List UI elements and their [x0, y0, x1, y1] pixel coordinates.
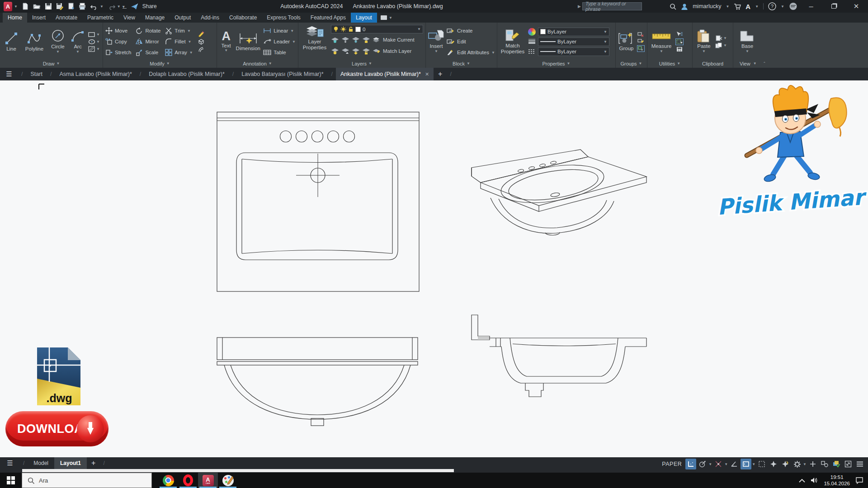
base-tool[interactable]: Base ▼: [736, 29, 759, 53]
ribbon-tab-view[interactable]: View: [118, 13, 140, 23]
text-tool[interactable]: A Text ▼: [219, 30, 233, 53]
panel-label-properties[interactable]: Properties▼: [497, 59, 615, 68]
panel-label-layers[interactable]: Layers▼: [298, 59, 425, 68]
selection-cycling-toggle[interactable]: [756, 459, 767, 469]
layer-unlock-icon[interactable]: [362, 48, 370, 55]
volume-icon[interactable]: [811, 477, 818, 483]
panel-label-modify[interactable]: Modify▼: [103, 59, 217, 68]
lineweight-dropdown-chevron[interactable]: ▼: [604, 40, 607, 44]
fillet-tool[interactable]: Fillet▼: [165, 37, 193, 47]
paste-tool[interactable]: Paste ▼: [695, 29, 713, 53]
help-search-input[interactable]: Type a keyword or phrase: [582, 2, 642, 10]
panel-label-draw[interactable]: Draw▼: [0, 59, 103, 68]
redo-icon[interactable]: [108, 3, 115, 10]
quick-select-tool[interactable]: [676, 31, 683, 37]
dynamic-input-toggle[interactable]: [741, 459, 751, 469]
edit-attributes-chevron[interactable]: ▼: [491, 51, 495, 55]
stretch-tool[interactable]: Stretch: [105, 47, 131, 57]
explode-tool[interactable]: [198, 38, 205, 45]
measure-flyout-chevron[interactable]: ▼: [660, 50, 663, 54]
new-drawing-button[interactable]: +: [434, 68, 447, 80]
ribbon-tab-output[interactable]: Output: [170, 13, 196, 23]
download-button[interactable]: DOWNLOAD: [5, 411, 108, 446]
taskbar-search-input[interactable]: Ara: [22, 473, 152, 488]
side-view-drawing[interactable]: [472, 315, 646, 397]
ribbon-tab-collaborate[interactable]: Collaborate: [224, 13, 262, 23]
redo-options-chevron[interactable]: ▼: [117, 5, 121, 9]
user-avatar-icon[interactable]: [681, 3, 688, 10]
autodesk-account-icon[interactable]: A: [745, 3, 750, 10]
search-icon[interactable]: [670, 3, 676, 10]
autocad-app-icon[interactable]: A: [4, 2, 12, 11]
account-chevron[interactable]: ▼: [755, 5, 759, 9]
file-tab-dolapli-lavabo[interactable]: Dolaplı Lavabo (Pislik Mimar)*: [144, 68, 229, 80]
save-as-icon[interactable]: [56, 3, 64, 10]
help-chevron[interactable]: ▼: [781, 5, 784, 9]
circle-flyout-chevron[interactable]: ▼: [56, 50, 60, 54]
object-color-dropdown[interactable]: ByLayer ▼: [538, 28, 609, 36]
close-button[interactable]: ✕: [847, 0, 865, 13]
action-center-icon[interactable]: [855, 477, 863, 484]
new-layout-button[interactable]: +: [87, 459, 100, 467]
file-tabs-menu-icon[interactable]: ☰: [0, 68, 18, 80]
taskbar-chrome-button[interactable]: [158, 473, 178, 488]
new-file-icon[interactable]: [22, 3, 29, 10]
polar-tracking-toggle[interactable]: [697, 459, 708, 469]
taskbar-paint-button[interactable]: [218, 473, 238, 488]
print-icon[interactable]: [79, 3, 86, 10]
panel-label-block[interactable]: Block▼: [426, 59, 497, 68]
undo-options-chevron[interactable]: ▼: [100, 5, 104, 9]
drawing-canvas[interactable]: Pislik Mimar .dwg DOWNLOAD: [0, 80, 868, 457]
gear-chevron[interactable]: ▼: [803, 462, 807, 466]
layer-isolate-icon[interactable]: [331, 37, 339, 43]
rotate-tool[interactable]: Rotate: [136, 26, 160, 36]
start-button[interactable]: [0, 473, 22, 488]
share-icon[interactable]: [131, 3, 138, 10]
trim-flyout-chevron[interactable]: ▼: [187, 29, 191, 33]
insert-flyout-chevron[interactable]: ▼: [434, 50, 438, 54]
block-edit-tool[interactable]: Edit: [447, 37, 495, 47]
plot-icon[interactable]: [68, 3, 75, 10]
isometric-view-drawing[interactable]: [472, 150, 646, 235]
ribbon-tab-manage[interactable]: Manage: [140, 13, 170, 23]
taskbar-opera-button[interactable]: [178, 473, 198, 488]
layout-menu-icon[interactable]: ☰: [0, 459, 20, 467]
lineweight-dropdown[interactable]: ByLayer ▼: [538, 38, 609, 46]
username[interactable]: mimarlucky: [693, 3, 721, 9]
line-tool[interactable]: Line: [2, 31, 20, 52]
workspace-switching[interactable]: [819, 459, 830, 469]
object-snap-toggle[interactable]: [713, 459, 724, 469]
base-flyout-chevron[interactable]: ▼: [745, 50, 749, 54]
copy-tool[interactable]: Copy: [105, 37, 131, 47]
group-edit-tool[interactable]: [637, 38, 644, 44]
mirror-tool[interactable]: Mirror: [136, 37, 160, 47]
quick-calculator-tool[interactable]: [676, 47, 683, 52]
array-tool[interactable]: Array▼: [165, 47, 193, 57]
linear-flyout-chevron[interactable]: ▼: [290, 29, 294, 33]
layer-dropdown[interactable]: 0 ▼: [331, 25, 423, 33]
graphics-performance-toggle[interactable]: [831, 459, 842, 469]
panel-label-utilities[interactable]: Utilities▼: [647, 59, 692, 68]
leader-flyout-chevron[interactable]: ▼: [292, 40, 296, 44]
ribbon-tab-expresstools[interactable]: Express Tools: [262, 13, 305, 23]
tray-expand-chevron[interactable]: [799, 479, 805, 483]
paper-space-label[interactable]: PAPER: [662, 461, 682, 467]
taskbar-clock[interactable]: 19:51 15.04.2026: [824, 474, 850, 487]
measure-tool[interactable]: Measure ▼: [650, 29, 673, 53]
isolate-objects-toggle[interactable]: [807, 459, 818, 469]
status-bar-menu[interactable]: [854, 459, 865, 469]
offset-tool[interactable]: [198, 46, 205, 52]
object-snap-tracking-toggle[interactable]: [780, 459, 791, 469]
layout1-tab[interactable]: Layout1: [54, 457, 87, 469]
table-tool[interactable]: Table: [263, 47, 296, 57]
group-selection-toggle[interactable]: [637, 45, 645, 52]
ribbon-tab-parametric[interactable]: Parametric: [82, 13, 118, 23]
layer-unisolate-icon[interactable]: [341, 37, 349, 43]
layer-previous-icon[interactable]: [341, 48, 349, 55]
model-tab[interactable]: Model: [28, 457, 54, 469]
search-expand-icon[interactable]: ▶: [578, 4, 581, 9]
arc-tool[interactable]: Arc ▼: [70, 29, 86, 54]
user-menu-chevron[interactable]: ▼: [726, 5, 729, 9]
ribbon-collapse-chevron[interactable]: ⌃: [763, 61, 766, 66]
rectangle-tool[interactable]: ▼: [88, 32, 100, 38]
